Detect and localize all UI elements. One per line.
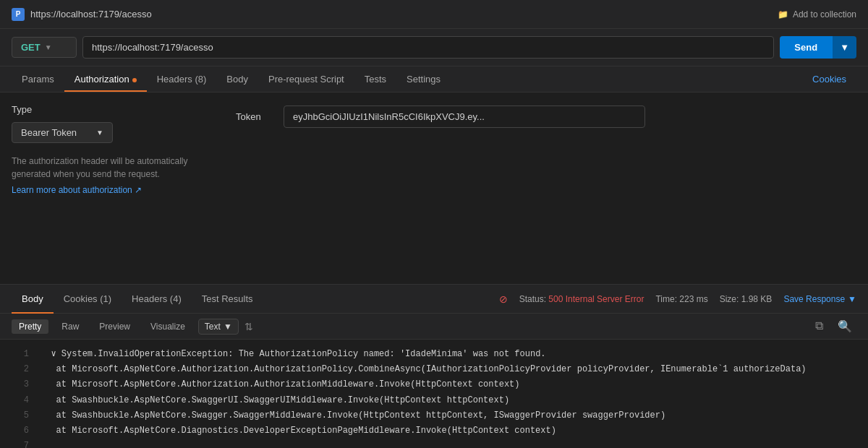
response-time: Time: 223 ms [655, 294, 707, 304]
url-input[interactable] [82, 36, 774, 59]
auth-left: Type Bearer Token ▼ The authorization he… [12, 104, 236, 272]
token-row: Token [236, 105, 856, 128]
chevron-down-icon: ▼ [848, 294, 856, 304]
save-response-button[interactable]: Save Response ▼ [783, 294, 856, 304]
code-line-5: 5 at Swashbuckle.AspNetCore.Swagger.Swag… [0, 408, 868, 423]
tab-response-cookies[interactable]: Cookies (1) [54, 285, 122, 314]
title-url: https://localhost:7179/acesso [30, 9, 152, 20]
request-tabs: Params Authorization Headers (8) Body Pr… [0, 66, 868, 92]
title-bar: P https://localhost:7179/acesso 📁 Add to… [0, 0, 868, 29]
code-output: 1 ∨ System.InvalidOperationException: Th… [0, 340, 868, 448]
learn-more-link[interactable]: Learn more about authorization ↗ [12, 185, 218, 195]
response-section: Body Cookies (1) Headers (4) Test Result… [0, 284, 868, 448]
code-line-4: 4 at Swashbuckle.AspNetCore.SwaggerUI.Sw… [0, 393, 868, 408]
type-label: Type [12, 104, 218, 115]
tab-pre-request[interactable]: Pre-request Script [258, 66, 354, 92]
tab-params[interactable]: Params [12, 66, 64, 92]
tab-response-headers[interactable]: Headers (4) [122, 285, 192, 314]
tab-body[interactable]: Body [216, 66, 258, 92]
tab-tests[interactable]: Tests [354, 66, 396, 92]
auth-panel: Type Bearer Token ▼ The authorization he… [0, 92, 868, 284]
send-arrow-button[interactable]: ▼ [832, 36, 856, 59]
tab-response-body[interactable]: Body [12, 285, 54, 314]
status-bar: ⊘ Status: 500 Internal Server Error Time… [499, 293, 856, 305]
fmt-tab-pretty[interactable]: Pretty [12, 319, 48, 334]
code-line-7: 7 [0, 439, 868, 448]
error-icon: ⊘ [499, 293, 508, 305]
chevron-down-icon: ▼ [45, 43, 52, 51]
tab-settings[interactable]: Settings [396, 66, 451, 92]
tab-cookies[interactable]: Cookies [802, 66, 856, 92]
search-icon[interactable]: 🔍 [833, 318, 856, 335]
collection-icon: 📁 [778, 9, 788, 20]
auth-right: Token [236, 104, 856, 272]
app-icon: P [12, 8, 25, 21]
format-bar: Pretty Raw Preview Visualize Text ▼ ⇅ ⧉ … [0, 314, 868, 340]
fmt-tab-visualize[interactable]: Visualize [143, 319, 192, 334]
tab-headers[interactable]: Headers (8) [147, 66, 217, 92]
code-line-1: 1 ∨ System.InvalidOperationException: Th… [0, 347, 868, 362]
copy-icon[interactable]: ⧉ [811, 318, 827, 335]
method-select[interactable]: GET ▼ [12, 37, 77, 58]
status-code: Status: 500 Internal Server Error [519, 294, 644, 304]
code-line-2: 2 at Microsoft.AspNetCore.Authorization.… [0, 362, 868, 377]
auth-type-select[interactable]: Bearer Token ▼ [12, 122, 113, 143]
format-actions: ⧉ 🔍 [811, 318, 856, 335]
url-bar: GET ▼ Send ▼ [0, 29, 868, 66]
format-select[interactable]: Text ▼ [198, 319, 239, 335]
code-line-3: 3 at Microsoft.AspNetCore.Authorization.… [0, 377, 868, 392]
add-to-collection-button[interactable]: 📁 Add to collection [778, 9, 856, 20]
auth-note: The authorization header will be automat… [12, 155, 218, 181]
chevron-down-icon: ▼ [96, 129, 103, 137]
active-dot [132, 78, 137, 82]
sort-icon[interactable]: ⇅ [244, 321, 253, 332]
response-size: Size: 1.98 KB [720, 294, 773, 304]
tab-test-results[interactable]: Test Results [192, 285, 263, 314]
token-label: Token [236, 111, 272, 122]
token-input[interactable] [284, 105, 645, 128]
send-button[interactable]: Send [780, 36, 832, 59]
fmt-tab-preview[interactable]: Preview [92, 319, 137, 334]
code-line-6: 6 at Microsoft.AspNetCore.Diagnostics.De… [0, 423, 868, 439]
tab-authorization[interactable]: Authorization [64, 66, 147, 92]
response-tabs: Body Cookies (1) Headers (4) Test Result… [0, 285, 868, 314]
chevron-down-icon: ▼ [224, 322, 232, 332]
fmt-tab-raw[interactable]: Raw [54, 319, 86, 334]
